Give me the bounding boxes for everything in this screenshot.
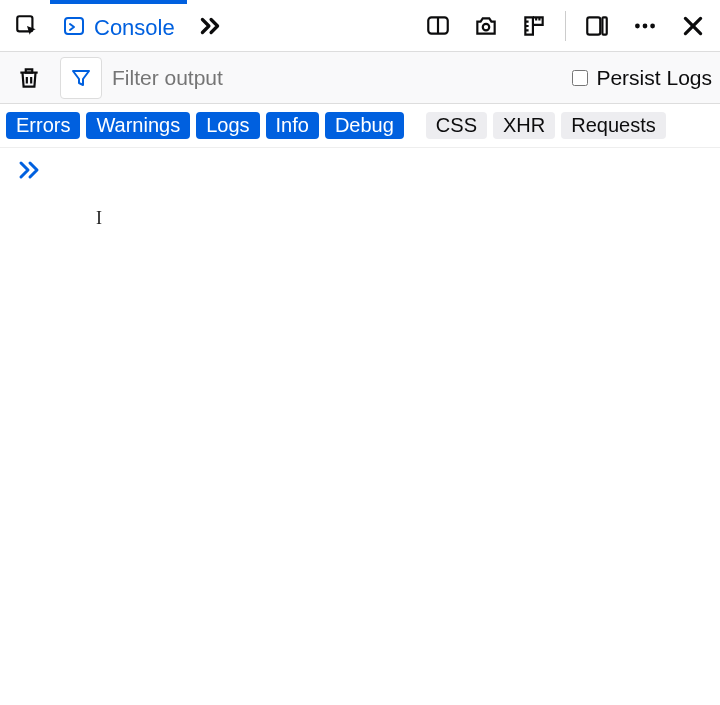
- responsive-design-icon[interactable]: [417, 5, 459, 47]
- toolbar-right: [417, 5, 714, 47]
- svg-rect-5: [587, 17, 600, 34]
- persist-logs-checkbox[interactable]: [572, 70, 588, 86]
- chip-logs[interactable]: Logs: [196, 112, 259, 139]
- svg-point-9: [650, 23, 655, 28]
- console-prompt-icon: [16, 160, 42, 184]
- svg-point-8: [643, 23, 648, 28]
- console-output[interactable]: I: [0, 148, 720, 705]
- tab-console[interactable]: Console: [50, 0, 187, 52]
- toolbar-left: Console: [6, 0, 231, 52]
- close-icon[interactable]: [672, 5, 714, 47]
- text-cursor-icon: I: [96, 208, 102, 229]
- clear-console-icon[interactable]: [8, 57, 50, 99]
- filter-output-input[interactable]: [112, 66, 562, 90]
- persist-logs-label: Persist Logs: [596, 66, 712, 90]
- devtools-toolbar: Console: [0, 0, 720, 52]
- chip-warnings[interactable]: Warnings: [86, 112, 190, 139]
- screenshot-icon[interactable]: [465, 5, 507, 47]
- filter-toggle-icon[interactable]: [60, 57, 102, 99]
- chip-info[interactable]: Info: [266, 112, 319, 139]
- console-icon: [62, 14, 86, 42]
- log-level-chips: Errors Warnings Logs Info Debug CSS XHR …: [0, 104, 720, 148]
- chip-css[interactable]: CSS: [426, 112, 487, 139]
- chip-xhr[interactable]: XHR: [493, 112, 555, 139]
- rulers-icon[interactable]: [513, 5, 555, 47]
- persist-logs-toggle[interactable]: Persist Logs: [572, 66, 712, 90]
- toolbar-divider: [565, 11, 566, 41]
- svg-point-4: [483, 23, 490, 30]
- tab-console-label: Console: [94, 15, 175, 41]
- svg-point-7: [635, 23, 640, 28]
- chip-errors[interactable]: Errors: [6, 112, 80, 139]
- chip-requests[interactable]: Requests: [561, 112, 666, 139]
- overflow-tabs-icon[interactable]: [189, 5, 231, 47]
- chip-debug[interactable]: Debug: [325, 112, 404, 139]
- console-filter-row: Persist Logs: [0, 52, 720, 104]
- kebab-menu-icon[interactable]: [624, 5, 666, 47]
- svg-rect-6: [602, 17, 606, 34]
- dock-side-icon[interactable]: [576, 5, 618, 47]
- element-picker-icon[interactable]: [6, 5, 48, 47]
